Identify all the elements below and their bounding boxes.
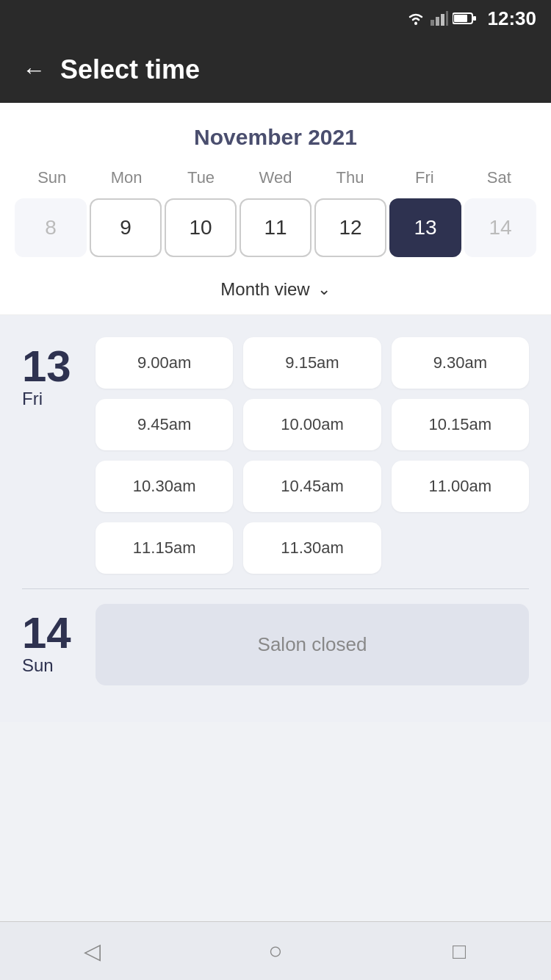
status-bar: 12:30 <box>0 0 551 37</box>
slot-1045am[interactable]: 10.45am <box>243 461 381 512</box>
battery-icon <box>453 12 476 25</box>
weekdays-row: Sun Mon Tue Wed Thu Fri Sat <box>15 165 536 191</box>
day-13-slots: 9.00am 9.15am 9.30am 9.45am 10.00am 10.1… <box>96 337 529 574</box>
day-10[interactable]: 10 <box>165 198 237 257</box>
slot-900am[interactable]: 9.00am <box>96 337 233 389</box>
header: ← Select time <box>0 37 551 103</box>
svg-rect-7 <box>473 16 476 21</box>
svg-rect-4 <box>446 11 448 26</box>
svg-point-0 <box>414 22 417 25</box>
chevron-down-icon: ⌄ <box>317 280 331 299</box>
svg-rect-1 <box>431 20 434 26</box>
slot-930am[interactable]: 9.30am <box>392 337 529 389</box>
svg-rect-3 <box>441 14 444 26</box>
day-13[interactable]: 13 <box>389 198 461 257</box>
slot-1000am[interactable]: 10.00am <box>243 399 381 450</box>
day-9[interactable]: 9 <box>90 198 162 257</box>
day-14-info: 14 Sun <box>22 604 81 676</box>
day-11[interactable]: 11 <box>240 198 311 257</box>
status-time: 12:30 <box>488 7 537 30</box>
header-title: Select time <box>60 54 200 85</box>
nav-bar: ◁ ○ □ <box>0 921 551 980</box>
month-view-row[interactable]: Month view ⌄ <box>0 269 551 315</box>
day-14[interactable]: 14 <box>464 198 536 257</box>
day-13-dayname: Fri <box>22 389 81 409</box>
calendar-section: November 2021 Sun Mon Tue Wed Thu Fri Sa… <box>0 103 551 269</box>
svg-rect-2 <box>436 17 439 26</box>
back-button[interactable]: ← <box>22 58 46 82</box>
nav-recent-button[interactable]: □ <box>444 937 474 966</box>
day-12[interactable]: 12 <box>314 198 386 257</box>
weekday-wed: Wed <box>238 165 312 191</box>
slot-1030am[interactable]: 10.30am <box>96 461 233 512</box>
section-divider <box>22 588 529 589</box>
day-14-dayname: Sun <box>22 655 81 676</box>
days-row: 8 9 10 11 12 13 14 <box>15 198 536 269</box>
slot-915am[interactable]: 9.15am <box>243 337 381 389</box>
wifi-icon <box>406 11 426 26</box>
svg-rect-6 <box>454 15 467 22</box>
weekday-sun: Sun <box>15 165 89 191</box>
weekday-fri: Fri <box>387 165 461 191</box>
day-8[interactable]: 8 <box>15 198 87 257</box>
day-13-block: 13 Fri 9.00am 9.15am 9.30am 9.45am 10.00… <box>22 337 529 574</box>
slot-1115am[interactable]: 11.15am <box>96 522 233 574</box>
weekday-thu: Thu <box>313 165 387 191</box>
day-13-info: 13 Fri <box>22 337 81 409</box>
nav-home-button[interactable]: ○ <box>261 937 290 966</box>
slot-945am[interactable]: 9.45am <box>96 399 233 450</box>
slot-1015am[interactable]: 10.15am <box>392 399 529 450</box>
nav-back-button[interactable]: ◁ <box>77 937 107 966</box>
day-14-number: 14 <box>22 611 81 655</box>
slot-1130am[interactable]: 11.30am <box>243 522 381 574</box>
status-icons <box>406 11 476 26</box>
day-14-block: 14 Sun Salon closed <box>22 604 529 700</box>
slot-1100am[interactable]: 11.00am <box>392 461 529 512</box>
month-title: November 2021 <box>15 125 536 150</box>
weekday-tue: Tue <box>164 165 238 191</box>
weekday-mon: Mon <box>89 165 163 191</box>
time-section: 13 Fri 9.00am 9.15am 9.30am 9.45am 10.00… <box>0 315 551 722</box>
weekday-sat: Sat <box>462 165 536 191</box>
signal-icon <box>431 11 448 26</box>
salon-closed-message: Salon closed <box>96 604 529 685</box>
month-view-label: Month view <box>220 279 309 300</box>
day-13-number: 13 <box>22 345 81 389</box>
